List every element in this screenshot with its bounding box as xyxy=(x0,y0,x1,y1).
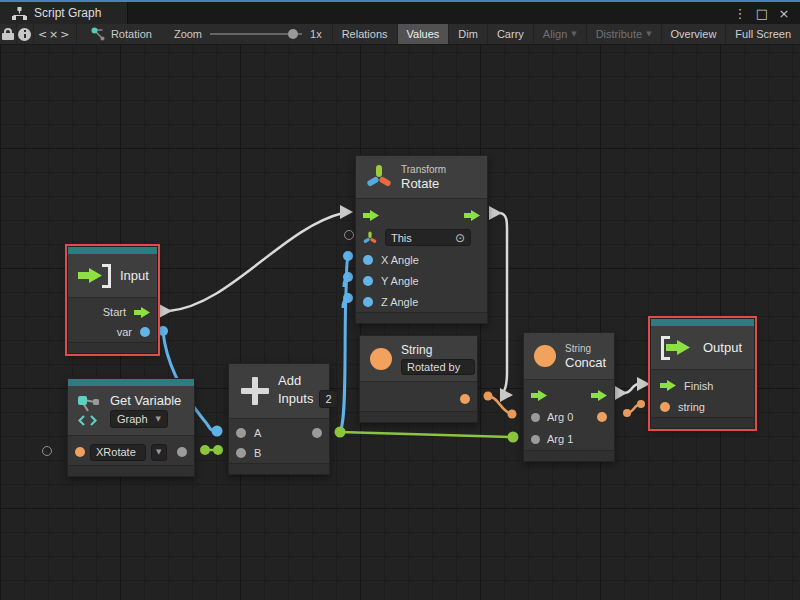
unconnected-port-ring[interactable] xyxy=(344,230,354,240)
value-output-port[interactable] xyxy=(460,394,470,404)
zoom-slider-handle[interactable] xyxy=(288,29,298,39)
node-output[interactable]: Output Finish string xyxy=(650,318,755,429)
node-get-variable[interactable]: Get Variable Graph ▼ XRotate ▼ xyxy=(67,378,195,477)
port-label: Start xyxy=(103,306,126,318)
value-output-port[interactable] xyxy=(177,447,187,457)
value-input-port[interactable] xyxy=(363,255,373,265)
flow-row xyxy=(356,205,487,226)
this-target-field[interactable]: This ⊙ xyxy=(385,229,471,246)
port-label: Y Angle xyxy=(381,275,419,287)
port-label: X Angle xyxy=(381,254,419,266)
value-input-port[interactable] xyxy=(363,276,373,286)
node-footer xyxy=(229,463,329,474)
toolbar-right-group: Relations Values Dim Carry Align▼ Distri… xyxy=(332,24,800,44)
port-row xyxy=(360,386,477,411)
port-row: Y Angle xyxy=(356,270,487,291)
port-row: Z Angle xyxy=(356,291,487,312)
menu-icon[interactable]: ⋮ xyxy=(732,6,748,21)
value-input-port[interactable] xyxy=(531,413,540,422)
flow-output-port[interactable] xyxy=(134,307,150,318)
variable-dropdown-button[interactable]: ▼ xyxy=(151,444,168,461)
value-input-port[interactable] xyxy=(75,447,85,457)
port-row: Arg 0 xyxy=(524,406,614,428)
transform-icon xyxy=(366,164,392,190)
node-transform-rotate[interactable]: Transform Rotate This ⊙ X Ang xyxy=(355,155,488,324)
chevron-down-icon: ▼ xyxy=(571,30,576,38)
transform-icon[interactable] xyxy=(363,231,377,245)
align-button[interactable]: Align▼ xyxy=(533,24,586,44)
info-button[interactable] xyxy=(17,24,34,44)
node-title-line2: Inputs xyxy=(278,392,313,406)
values-button[interactable]: Values xyxy=(397,24,449,44)
value-output-port[interactable] xyxy=(312,428,322,438)
node-category: String xyxy=(565,343,606,354)
node-accent-strip xyxy=(651,319,754,326)
node-input[interactable]: Input Start var xyxy=(67,246,158,354)
carry-button[interactable]: Carry xyxy=(487,24,533,44)
overview-button[interactable]: Overview xyxy=(661,24,726,44)
value-input-port[interactable] xyxy=(531,435,540,444)
variable-name-field[interactable]: XRotate xyxy=(90,444,146,461)
object-picker-icon[interactable]: ⊙ xyxy=(455,233,465,243)
node-title: Concat xyxy=(565,356,606,370)
chevron-down-icon: ▼ xyxy=(156,448,161,456)
node-string-literal[interactable]: String Rotated by xyxy=(359,335,478,423)
lock-icon xyxy=(2,28,14,40)
unconnected-port-ring[interactable] xyxy=(42,446,52,456)
tab-script-graph[interactable]: Script Graph xyxy=(0,2,128,24)
flow-input-port[interactable] xyxy=(660,380,676,391)
variable-scope-dropdown[interactable]: Graph ▼ xyxy=(110,410,168,428)
code-toggle-button[interactable]: <×> xyxy=(34,24,77,44)
value-output-port[interactable] xyxy=(597,412,607,422)
port-row: XRotate ▼ xyxy=(68,439,194,465)
port-row: X Angle xyxy=(356,249,487,270)
plus-icon xyxy=(241,377,269,405)
port-label: string xyxy=(678,401,705,413)
chevron-down-icon: ▼ xyxy=(156,415,161,423)
node-footer xyxy=(356,312,487,323)
node-title: Get Variable xyxy=(110,394,181,408)
output-icon xyxy=(661,335,694,361)
flow-input-port[interactable] xyxy=(531,390,547,401)
node-title-line1: Add xyxy=(278,374,338,388)
lock-button[interactable] xyxy=(0,24,17,44)
flow-output-port[interactable] xyxy=(464,210,480,221)
flow-input-port[interactable] xyxy=(363,210,379,221)
input-icon xyxy=(78,263,111,289)
zoom-slider[interactable] xyxy=(210,27,302,41)
string-value-field[interactable]: Rotated by xyxy=(401,359,475,375)
string-icon xyxy=(370,348,392,370)
port-row: string xyxy=(651,396,754,417)
port-row: A xyxy=(229,423,329,443)
distribute-button[interactable]: Distribute▼ xyxy=(586,24,661,44)
chevron-down-icon: ▼ xyxy=(646,30,651,38)
graph-icon xyxy=(12,7,27,20)
port-row: This ⊙ xyxy=(356,226,487,249)
string-icon xyxy=(534,345,556,367)
rotation-indicator[interactable]: Rotation xyxy=(77,24,164,44)
port-label: Arg 1 xyxy=(547,433,573,445)
port-row: Finish xyxy=(651,375,754,396)
relations-button[interactable]: Relations xyxy=(332,24,397,44)
rotation-label: Rotation xyxy=(111,28,152,40)
zoom-value: 1x xyxy=(310,28,322,40)
titlebar: Script Graph ⋮ □ × xyxy=(0,2,800,24)
node-footer xyxy=(360,411,477,422)
close-icon[interactable]: × xyxy=(776,6,792,21)
value-input-port[interactable] xyxy=(363,297,373,307)
value-input-port[interactable] xyxy=(236,428,246,438)
node-string-concat[interactable]: String Concat Arg 0 Arg 1 xyxy=(523,332,615,462)
maximize-icon[interactable]: □ xyxy=(754,6,770,21)
input-count-field[interactable]: 2 xyxy=(319,390,337,408)
flow-output-port[interactable] xyxy=(591,390,607,401)
dim-button[interactable]: Dim xyxy=(448,24,487,44)
zoom-control: Zoom 1x xyxy=(164,24,332,44)
port-label: var xyxy=(117,326,132,338)
fullscreen-button[interactable]: Full Screen xyxy=(725,24,800,44)
value-output-port[interactable] xyxy=(140,327,150,337)
port-label: Finish xyxy=(684,380,713,392)
value-input-port[interactable] xyxy=(236,448,246,458)
value-input-port[interactable] xyxy=(660,402,670,412)
node-add-inputs[interactable]: Add Inputs 2 A B xyxy=(228,363,330,475)
port-label: Z Angle xyxy=(381,296,418,308)
